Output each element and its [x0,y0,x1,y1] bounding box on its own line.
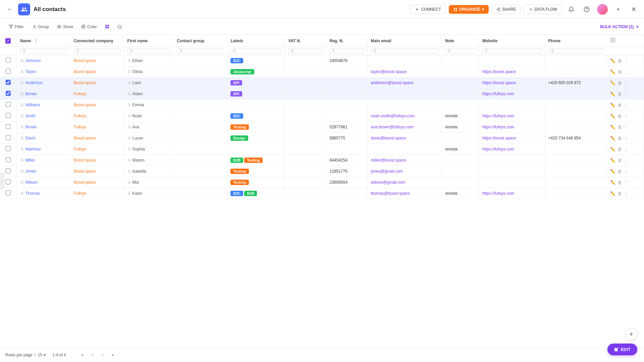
company-link[interactable]: Boost.space [74,136,96,140]
company-link[interactable]: Fullsys [74,125,86,129]
contact-name[interactable]: Taylor [20,69,67,74]
email-link[interactable]: willson@gmail.com [371,180,406,185]
company-link[interactable]: Boost.space [74,158,96,163]
dataflow-button[interactable]: DATA FLOW [524,5,562,14]
company-link[interactable]: Boost.space [74,69,96,74]
company-link[interactable]: Boost.space [74,58,96,63]
more-row-icon[interactable]: ⋮ [624,80,628,85]
more-row-icon[interactable]: ⋮ [624,58,628,63]
close-icon[interactable]: ✕ [629,4,639,14]
rows-count-select[interactable]: 15 ▾ [38,353,46,357]
row-checkbox[interactable] [6,135,11,140]
company-link[interactable]: Boost.space [74,103,96,107]
company-link[interactable]: Fullsys [74,92,86,96]
row-checkbox[interactable] [6,146,11,151]
filter-vat[interactable] [288,48,322,54]
prev-page-button[interactable]: ‹ [88,351,97,359]
share-button[interactable]: SHARE [491,5,521,14]
filter-group[interactable] [177,48,223,54]
select-all-header[interactable] [0,35,16,47]
notification-icon[interactable] [566,4,576,14]
filter-note[interactable] [445,48,475,54]
website-link[interactable]: https://fullsys.com [482,147,514,152]
table-view-button[interactable] [102,23,113,31]
edit-row-icon[interactable]: ✏️ [610,58,615,63]
delete-row-icon[interactable]: 🗑 [618,191,622,196]
avatar[interactable] [597,4,608,15]
col-name-more[interactable]: ⋮ [34,38,38,44]
filter-company[interactable] [74,48,120,54]
row-checkbox[interactable] [6,157,11,162]
more-row-icon[interactable]: ⋮ [624,136,628,141]
more-row-icon[interactable]: ⋮ [624,114,628,119]
edit-button[interactable]: EDIT [607,344,637,355]
contact-name[interactable]: Martinez [20,147,67,152]
more-row-icon[interactable]: ⋮ [624,69,628,74]
filter-phone[interactable] [548,48,603,54]
edit-row-icon[interactable]: ✏️ [610,191,615,196]
more-row-icon[interactable]: ⋮ [624,125,628,130]
more-row-icon[interactable]: ⋮ [624,103,628,108]
row-checkbox[interactable] [6,102,11,107]
row-checkbox[interactable] [6,113,11,118]
group-button[interactable]: Group [29,23,52,31]
filter-firstname[interactable] [127,48,170,54]
delete-row-icon[interactable]: 🗑 [618,180,622,185]
edit-row-icon[interactable]: ✏️ [610,147,615,152]
email-link[interactable]: ava.brown@fullsys.com [371,125,414,129]
contact-name[interactable]: Brown [20,125,67,129]
edit-row-icon[interactable]: ✏️ [610,80,615,85]
filter-labels[interactable] [230,48,281,54]
website-link[interactable]: https://boost.space [482,80,516,85]
edit-row-icon[interactable]: ✏️ [610,169,615,174]
color-button[interactable]: Color [78,23,100,31]
email-link[interactable]: miller@boost.space [371,158,407,163]
row-checkbox[interactable] [6,69,11,74]
show-button[interactable]: Show [54,23,76,31]
edit-row-icon[interactable]: ✏️ [610,103,615,108]
filter-email[interactable] [371,48,438,54]
more-row-icon[interactable]: ⋮ [624,180,628,185]
contact-name[interactable]: Miller [20,158,67,163]
row-checkbox[interactable] [6,91,11,96]
filter-reg[interactable] [329,48,364,54]
search-button[interactable] [114,23,125,31]
row-checkbox[interactable] [6,124,11,129]
contact-name[interactable]: Williams [20,103,67,107]
company-link[interactable]: Boost.space [74,169,96,174]
next-page-button[interactable]: › [98,351,107,359]
row-checkbox[interactable] [6,58,11,63]
filter-button[interactable]: Filter [5,23,27,31]
more-row-icon[interactable]: ⋮ [624,92,628,97]
contact-name[interactable]: Johnson [20,58,67,63]
chevron-down-icon[interactable]: ▾ [613,4,623,14]
select-all-checkbox[interactable] [5,38,11,44]
email-link[interactable]: davis@boost.space [371,136,406,140]
contact-name[interactable]: Thomas [20,191,67,196]
email-link[interactable]: noah.smith@fullsys.com [371,114,415,118]
website-link[interactable]: https://fullsys.com [482,92,514,96]
company-link[interactable]: Boost.space [74,180,96,185]
edit-row-icon[interactable]: ✏️ [610,180,615,185]
website-link[interactable]: https://boost.space [482,69,516,74]
contact-name[interactable]: Smith [20,114,67,118]
delete-row-icon[interactable]: 🗑 [618,158,622,163]
delete-row-icon[interactable]: 🗑 [618,147,622,152]
more-row-icon[interactable]: ⋮ [624,191,628,196]
edit-row-icon[interactable]: ✏️ [610,69,615,74]
row-checkbox[interactable] [6,179,11,184]
edit-row-icon[interactable]: ✏️ [610,136,615,141]
email-link[interactable]: jones@gmail.com [371,169,403,174]
website-link[interactable]: https://fullsys.com [482,114,514,118]
edit-row-icon[interactable]: ✏️ [610,92,615,97]
last-page-button[interactable]: » [108,351,117,359]
delete-row-icon[interactable]: 🗑 [618,169,622,174]
more-row-icon[interactable]: ⋮ [624,169,628,174]
edit-row-icon[interactable]: ✏️ [610,158,615,163]
more-row-icon[interactable]: ⋮ [624,147,628,152]
more-row-icon[interactable]: ⋮ [624,158,628,163]
contact-name[interactable]: Wilson [20,180,67,185]
filter-website[interactable] [482,48,541,54]
email-link[interactable]: thomas@boost.space [371,191,410,196]
email-link[interactable]: taylor@boost.space [371,69,407,74]
